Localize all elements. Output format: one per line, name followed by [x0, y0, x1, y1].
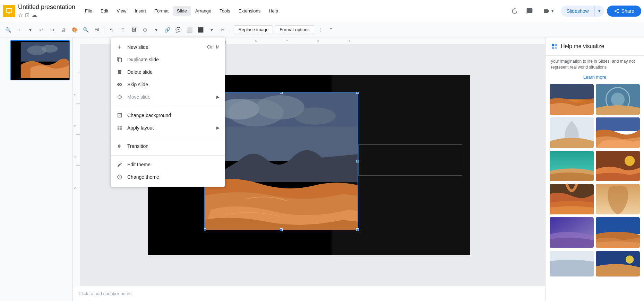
svg-text:8: 8 — [317, 39, 319, 43]
ai-image-4[interactable] — [596, 117, 640, 148]
link-button[interactable]: 🔗 — [162, 25, 172, 35]
ai-image-2[interactable] — [596, 84, 640, 115]
print-button[interactable]: 🖨 — [58, 25, 69, 35]
handle-tc[interactable] — [280, 92, 283, 94]
paint-format-button[interactable]: 🎨 — [69, 25, 80, 35]
menu-file[interactable]: File — [81, 6, 96, 16]
crop-button[interactable]: ✂ — [217, 25, 228, 35]
transition-label: Transition — [127, 143, 220, 149]
text-placeholder[interactable] — [358, 144, 462, 176]
menu-format[interactable]: Format — [150, 6, 173, 16]
svg-rect-52 — [596, 217, 640, 234]
svg-rect-36 — [552, 44, 555, 46]
menu-item-new-slide[interactable]: New slide Ctrl+M — [111, 41, 225, 53]
menu-arrange[interactable]: Arrange — [191, 6, 215, 16]
menu-divider-3 — [111, 155, 225, 156]
shapes-button[interactable]: ⬡ — [140, 25, 150, 35]
comments-button[interactable] — [523, 5, 536, 17]
menu-item-change-theme[interactable]: Change theme — [111, 171, 225, 183]
handle-mr[interactable] — [356, 160, 359, 162]
eye-icon — [116, 81, 123, 88]
image-selection-border — [204, 92, 358, 230]
ai-image-10[interactable] — [596, 217, 640, 248]
history-button[interactable] — [508, 5, 521, 17]
replace-image-button[interactable]: Replace image — [234, 25, 273, 34]
zoom-out-button[interactable]: 🔍 — [80, 25, 91, 35]
toolbar-collapse-button[interactable]: ⌃ — [326, 25, 336, 35]
new-slide-shortcut: Ctrl+M — [207, 45, 220, 50]
format-options-button[interactable]: Format options — [275, 25, 314, 34]
border-button[interactable]: ⬛ — [195, 25, 206, 35]
ai-image-8[interactable] — [596, 184, 640, 215]
ai-image-3[interactable] — [550, 117, 594, 148]
ai-image-grid-2 — [546, 251, 644, 280]
ai-image-9[interactable] — [550, 217, 594, 248]
menu-insert[interactable]: Insert — [130, 6, 150, 16]
handle-bc[interactable] — [280, 228, 283, 231]
border-dropdown[interactable]: ▾ — [206, 25, 217, 35]
handle-bl[interactable] — [204, 228, 206, 231]
ai-image-7[interactable] — [550, 184, 594, 215]
menu-item-transition[interactable]: Transition — [111, 140, 225, 152]
copy-icon — [116, 56, 123, 63]
layout-icon — [116, 124, 123, 131]
menu-item-edit-theme[interactable]: Edit theme — [111, 158, 225, 171]
menu-help[interactable]: Help — [265, 6, 282, 16]
handle-br[interactable] — [356, 228, 359, 231]
share-button[interactable]: Share — [607, 6, 641, 17]
svg-rect-19 — [73, 44, 80, 286]
more-options-button[interactable]: ⋮ — [315, 25, 325, 35]
ai-image-11[interactable] — [550, 251, 594, 277]
svg-text:6: 6 — [255, 39, 257, 43]
svg-rect-40 — [550, 84, 594, 99]
change-background-label: Change background — [127, 113, 220, 118]
image-button[interactable]: 🖼 — [129, 25, 139, 35]
ai-image-12[interactable] — [596, 251, 640, 277]
redo-button[interactable]: ↪ — [47, 25, 58, 35]
zoom-level[interactable]: Fit — [92, 26, 102, 34]
undo-button[interactable]: ↩ — [36, 25, 46, 35]
speaker-notes[interactable]: Click to add speaker notes — [73, 286, 545, 301]
ai-image-1[interactable] — [550, 84, 594, 115]
toolbar: 🔍 + ▾ ↩ ↪ 🖨 🎨 🔍 Fit ↖ T 🖼 ⬡ ▾ 🔗 💬 ⬜ ⬛ ▾ … — [0, 22, 644, 37]
menu-view[interactable]: View — [112, 6, 130, 16]
menu-item-delete-slide[interactable]: Delete slide — [111, 66, 225, 78]
cloud-icon[interactable]: ☁ — [32, 12, 37, 18]
star-icon[interactable]: ☆ — [18, 12, 23, 18]
handle-tr[interactable] — [356, 92, 359, 94]
search-button[interactable]: 🔍 — [3, 25, 13, 35]
share-label: Share — [621, 8, 634, 14]
video-call-button[interactable]: ▾ — [539, 5, 558, 17]
document-title[interactable]: Untitled presentation — [18, 3, 75, 11]
comment-button[interactable]: 💬 — [173, 25, 183, 35]
menu-item-apply-layout[interactable]: Apply layout ▶ — [111, 122, 225, 134]
right-panel: Help me visualize your imagination to li… — [545, 37, 644, 301]
shapes-dropdown[interactable]: ▾ — [151, 25, 161, 35]
change-theme-icon — [116, 174, 123, 180]
add-slide-button[interactable]: + — [14, 25, 24, 35]
background-button[interactable]: ⬜ — [184, 25, 195, 35]
slide-thumbnail-image — [11, 41, 69, 80]
add-slide-dropdown[interactable]: ▾ — [25, 25, 35, 35]
slideshow-dropdown-arrow[interactable]: ▾ — [594, 6, 604, 16]
ai-image-5[interactable] — [550, 150, 594, 182]
menu-section-1: New slide Ctrl+M Duplicate slide Delete … — [111, 39, 225, 105]
slide-thumbnail-1[interactable] — [10, 40, 70, 80]
menu-section-4: Edit theme Change theme — [111, 157, 225, 185]
menu-item-skip-slide[interactable]: Skip slide — [111, 78, 225, 91]
menu-item-change-background[interactable]: Change background — [111, 109, 225, 122]
vertical-ruler: 2 3 4 5 — [73, 44, 80, 286]
learn-more-link[interactable]: Learn more — [546, 73, 644, 81]
slideshow-main-button[interactable]: Slideshow — [561, 6, 594, 17]
menu-slide[interactable]: Slide — [173, 6, 191, 16]
text-button[interactable]: T — [118, 25, 128, 35]
menu-tools[interactable]: Tools — [215, 6, 234, 16]
menu-item-duplicate-slide[interactable]: Duplicate slide — [111, 53, 225, 66]
svg-point-6 — [42, 45, 58, 52]
menu-extensions[interactable]: Extensions — [234, 6, 265, 16]
select-button[interactable]: ↖ — [106, 25, 117, 35]
drive-icon[interactable]: ⊡ — [25, 12, 29, 18]
svg-text:2: 2 — [74, 94, 77, 96]
ai-image-6[interactable] — [596, 150, 640, 182]
menu-edit[interactable]: Edit — [96, 6, 112, 16]
